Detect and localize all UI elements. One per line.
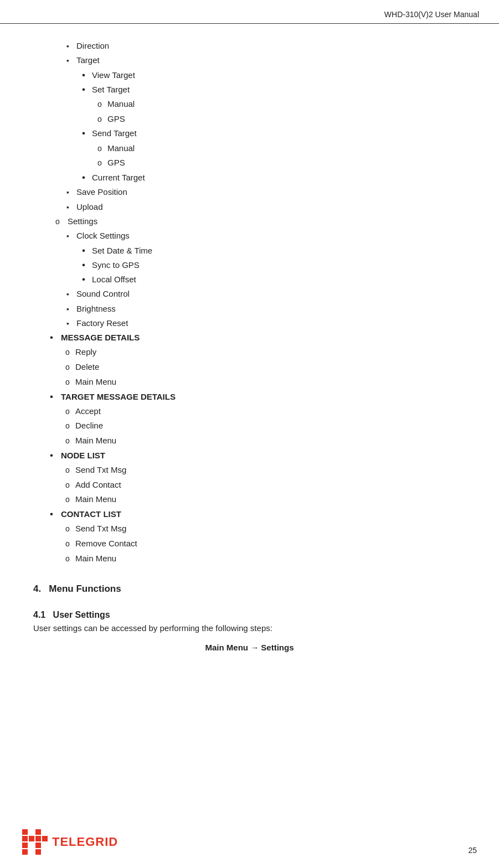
list-item: o GPS	[97, 112, 466, 126]
bullet-o: o	[65, 464, 75, 477]
item-add-contact: Add Contact	[75, 478, 121, 491]
bullet-o: o	[97, 99, 107, 111]
item-contact-list: CONTACT LIST	[61, 508, 121, 520]
logo-cell	[22, 849, 28, 855]
logo-cell	[42, 836, 48, 841]
logo-cell	[22, 843, 28, 848]
item-main-menu1: Main Menu	[75, 375, 116, 388]
page-header: WHD-310(V)2 User Manual	[0, 0, 499, 24]
item-decline: Decline	[75, 419, 103, 432]
bullet-sq: ▪	[66, 231, 76, 242]
list-item: • View Target	[82, 69, 466, 81]
item-accept: Accept	[75, 405, 101, 417]
bullet-o: o	[65, 361, 75, 374]
item-main-menu2: Main Menu	[75, 434, 116, 447]
list-item: • CONTACT LIST	[50, 508, 466, 520]
logo-cell	[29, 836, 34, 841]
section41-description: User settings can be accessed by perform…	[33, 623, 466, 633]
bullet-o: o	[65, 494, 75, 506]
item-view-target: View Target	[92, 69, 135, 81]
bullet-sq: ▪	[66, 304, 76, 315]
item-send-txt-msg1: Send Txt Msg	[75, 463, 126, 476]
bullet-sq: ▪	[66, 187, 76, 198]
item-clock-settings: Clock Settings	[76, 229, 130, 242]
outer-items-section: • MESSAGE DETAILS o Reply o Delete o Mai…	[50, 331, 466, 565]
bullet-sq: ▪	[66, 318, 76, 329]
bullet-sq: ▪	[66, 202, 76, 213]
bullet-o: o	[97, 113, 107, 126]
page-number: 25	[468, 846, 477, 855]
document-title: WHD-310(V)2 User Manual	[384, 10, 479, 19]
item-factory-reset: Factory Reset	[76, 317, 128, 329]
list-item: • Set Date & Time	[82, 244, 466, 257]
item-gps2: GPS	[107, 156, 125, 169]
list-item: ▪ Save Position	[66, 185, 466, 198]
item-remove-contact: Remove Contact	[75, 537, 137, 550]
list-item: ▪ Direction	[66, 39, 466, 52]
list-item: o Main Menu	[65, 493, 466, 506]
list-item: o Main Menu	[65, 552, 466, 565]
sub-list: o Send Txt Msg o Add Contact o Main Menu	[65, 463, 466, 506]
logo-cell	[29, 849, 34, 855]
list-item: • Sync to GPS	[82, 259, 466, 271]
list-item: • MESSAGE DETAILS	[50, 331, 466, 344]
logo-cell	[35, 829, 41, 835]
item-node-list: NODE LIST	[61, 449, 105, 462]
logo-cell	[22, 836, 28, 841]
list-item: o Send Txt Msg	[65, 522, 466, 535]
bullet-sq: ▪	[66, 55, 76, 66]
sub-list: o Reply o Delete o Main Menu	[65, 345, 466, 388]
list-item: o Manual	[97, 142, 466, 155]
nav-formula: Main Menu → Settings	[33, 643, 466, 652]
footer-logo: TELEGRID	[22, 829, 118, 855]
bullet-dot: •	[50, 451, 61, 460]
item-manual2: Manual	[107, 142, 135, 154]
main-content: ▪ Direction ▪ Target • View Target • Set…	[0, 24, 499, 690]
logo-cell	[42, 849, 48, 855]
bullet-sq: ▪	[66, 41, 76, 52]
logo-cell	[42, 829, 48, 835]
logo-text: TELEGRID	[52, 835, 118, 849]
bullet-o: o	[65, 376, 75, 389]
item-reply: Reply	[75, 345, 96, 358]
bullet-dot: •	[82, 85, 92, 94]
item-gps1: GPS	[107, 112, 125, 125]
item-sync-gps: Sync to GPS	[92, 259, 140, 271]
bullet-dot: •	[50, 392, 61, 401]
logo-grid-icon	[22, 829, 48, 855]
item-set-date-time: Set Date & Time	[92, 244, 152, 257]
bullet-o: o	[65, 435, 75, 447]
item-target-message-details: TARGET MESSAGE DETAILS	[61, 390, 176, 403]
bullet-o: o	[65, 523, 75, 535]
section4-title: 4. Menu Functions	[33, 583, 466, 595]
logo-cell	[35, 843, 41, 848]
section41-header: 4.1 User Settings	[33, 610, 466, 620]
list-item: ▪ Sound Control	[66, 287, 466, 300]
item-send-target: Send Target	[92, 127, 137, 140]
list-item: ▪ Target	[66, 54, 466, 66]
item-local-offset: Local Offset	[92, 273, 136, 286]
bullet-o: o	[97, 157, 107, 169]
list-item: • NODE LIST	[50, 449, 466, 462]
item-manual1: Manual	[107, 97, 135, 110]
logo-cell	[35, 849, 41, 855]
item-send-txt-msg2: Send Txt Msg	[75, 522, 126, 535]
item-upload: Upload	[76, 200, 103, 213]
list-item: ▪ Brightness	[66, 302, 466, 315]
logo-cell	[29, 843, 34, 848]
list-item: • Current Target	[82, 171, 466, 184]
sub-list: o Accept o Decline o Main Menu	[65, 405, 466, 447]
list-item: o Main Menu	[65, 375, 466, 389]
item-main-menu4: Main Menu	[75, 552, 116, 565]
list-item: o Delete	[65, 360, 466, 374]
bullet-o: o	[65, 406, 75, 418]
section4-header: 4. Menu Functions	[33, 583, 466, 595]
list-item: o Settings	[55, 215, 466, 228]
sub-list: o Send Txt Msg o Remove Contact o Main M…	[65, 522, 466, 565]
bullet-o: o	[65, 420, 75, 432]
bullet-o: o	[65, 538, 75, 550]
item-save-position: Save Position	[76, 185, 127, 198]
page-footer: TELEGRID 25	[0, 846, 499, 855]
list-item: • Set Target	[82, 83, 466, 96]
bullet-o: o	[55, 216, 68, 228]
